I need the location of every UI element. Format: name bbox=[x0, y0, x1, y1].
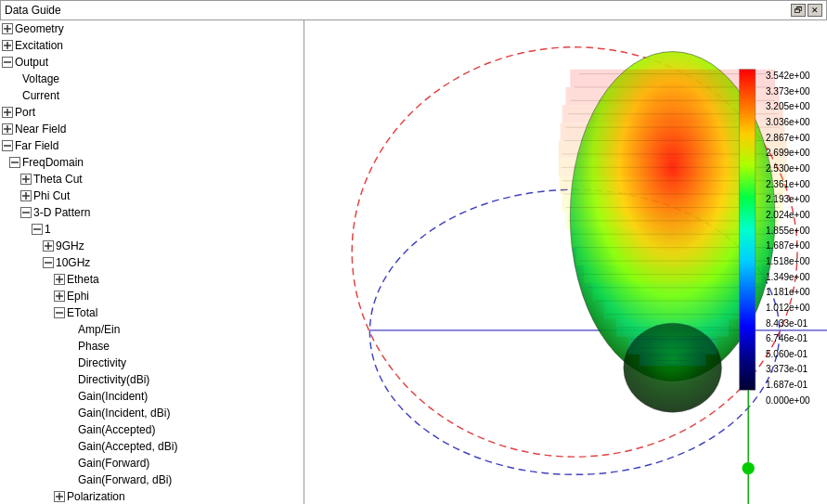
tree-item-etotal[interactable]: ETotal bbox=[0, 304, 304, 321]
tree-item-gainincident[interactable]: Gain(Incident) bbox=[0, 388, 304, 405]
scale-label-17: 6.746e-01 bbox=[766, 334, 808, 343]
svg-rect-92 bbox=[584, 265, 762, 283]
expand-icon-phicut[interactable] bbox=[19, 188, 33, 203]
tree-label-phicut: Phi Cut bbox=[33, 189, 70, 202]
tree-item-excitation[interactable]: Excitation bbox=[0, 37, 304, 54]
svg-rect-93 bbox=[592, 283, 753, 301]
tree-label-gainforwarddbi: Gain(Forward, dBi) bbox=[78, 473, 172, 486]
tree-item-gainforwarddbi[interactable]: Gain(Forward, dBi) bbox=[0, 472, 304, 488]
tree-label-polarization: Polarization bbox=[67, 490, 125, 503]
expand-icon-polarization[interactable] bbox=[52, 489, 67, 504]
close-button[interactable]: ✕ bbox=[808, 4, 822, 17]
tree-item-gainincidentdbi[interactable]: Gain(Incident, dBi) bbox=[0, 405, 304, 421]
svg-rect-97 bbox=[640, 353, 705, 366]
tree-label-current: Current bbox=[22, 89, 59, 102]
tree-item-freq10[interactable]: 10GHz bbox=[0, 254, 304, 271]
svg-rect-96 bbox=[628, 337, 717, 355]
scale-label-14: 1.181e+00 bbox=[766, 288, 810, 297]
tree-label-gainaccepted: Gain(Accepted) bbox=[78, 423, 155, 436]
tree-label-freqdomain: FreqDomain bbox=[22, 156, 84, 169]
expand-icon-thetacut[interactable] bbox=[19, 172, 33, 187]
expand-icon-etotal[interactable] bbox=[52, 305, 67, 320]
tree-item-current[interactable]: Current bbox=[0, 87, 304, 104]
expand-icon-voltage bbox=[7, 71, 22, 86]
expand-icon-nearfield[interactable] bbox=[0, 122, 15, 136]
tree-item-gainforward[interactable]: Gain(Forward) bbox=[0, 455, 304, 472]
scale-label-20: 1.687e-01 bbox=[766, 381, 808, 390]
scale-label-15: 1.012e+00 bbox=[766, 304, 810, 313]
restore-button[interactable]: 🗗 bbox=[791, 4, 806, 17]
tree-item-gainaccepteddbi[interactable]: Gain(Accepted, dBi) bbox=[0, 438, 304, 455]
tree-view: GeometryExcitationOutputVoltageCurrentPo… bbox=[0, 20, 304, 504]
tree-item-freqdomain[interactable]: FreqDomain bbox=[0, 154, 304, 171]
expand-icon-ephi[interactable] bbox=[52, 289, 67, 304]
tree-label-geometry: Geometry bbox=[15, 22, 64, 35]
title-bar-controls: 🗗 ✕ bbox=[791, 4, 822, 17]
tree-label-pattern3d: 3-D Pattern bbox=[33, 206, 90, 219]
svg-rect-95 bbox=[616, 318, 729, 336]
tree-item-directivitydbi[interactable]: Directivity(dBi) bbox=[0, 371, 304, 388]
tree-item-etheta[interactable]: Etheta bbox=[0, 271, 304, 288]
expand-icon-excitation[interactable] bbox=[0, 38, 15, 53]
scale-label-10: 1.855e+00 bbox=[766, 226, 810, 236]
tree-label-etotal: ETotal bbox=[67, 306, 97, 319]
scale-label-4: 2.867e+00 bbox=[766, 134, 810, 143]
tree-label-freq9: 9GHz bbox=[56, 239, 84, 252]
expand-icon-freqdomain[interactable] bbox=[7, 155, 22, 170]
tree-item-directivity[interactable]: Directivity bbox=[0, 355, 304, 371]
tree-item-ephi[interactable]: Ephi bbox=[0, 288, 304, 304]
tree-label-directivitydbi: Directivity(dBi) bbox=[78, 373, 149, 386]
scale-label-18: 5.060e-01 bbox=[766, 350, 808, 359]
expand-icon-pattern3d[interactable] bbox=[19, 205, 33, 220]
tree-item-nearfield[interactable]: Near Field bbox=[0, 121, 304, 137]
tree-item-node1[interactable]: 1 bbox=[0, 221, 304, 238]
scale-label-7: 2.361e+00 bbox=[766, 180, 810, 189]
scale-label-19: 3.373e-01 bbox=[766, 365, 808, 374]
tree-label-farfield: Far Field bbox=[15, 139, 58, 152]
tree-item-ampein[interactable]: Amp/Ein bbox=[0, 321, 304, 338]
main-container: GeometryExcitationOutputVoltageCurrentPo… bbox=[0, 20, 827, 504]
expand-icon-output[interactable] bbox=[0, 55, 15, 70]
tree-item-thetacut[interactable]: Theta Cut bbox=[0, 171, 304, 187]
tree-label-gainaccepteddbi: Gain(Accepted, dBi) bbox=[78, 440, 177, 453]
expand-icon-gainforward bbox=[63, 456, 78, 471]
expand-icon-geometry[interactable] bbox=[0, 21, 15, 36]
tree-item-phicut[interactable]: Phi Cut bbox=[0, 187, 304, 204]
scale-label-1: 3.373e+00 bbox=[766, 87, 810, 97]
expand-icon-freq10[interactable] bbox=[41, 255, 56, 270]
tree-label-gainincident: Gain(Incident) bbox=[78, 390, 148, 403]
expand-icon-etheta[interactable] bbox=[52, 272, 67, 287]
tree-label-voltage: Voltage bbox=[22, 72, 59, 85]
tree-item-gainaccepted[interactable]: Gain(Accepted) bbox=[0, 421, 304, 438]
expand-icon-gainaccepteddbi bbox=[63, 439, 78, 454]
tree-item-farfield[interactable]: Far Field bbox=[0, 137, 304, 154]
tree-item-polarization[interactable]: Polarization bbox=[0, 488, 304, 504]
tree-item-pattern3d[interactable]: 3-D Pattern bbox=[0, 204, 304, 221]
color-scale: 3.542e+003.373e+003.205e+003.036e+002.86… bbox=[745, 71, 820, 406]
scale-label-12: 1.518e+00 bbox=[766, 257, 810, 266]
tree-label-output: Output bbox=[15, 56, 48, 69]
tree-label-freq10: 10GHz bbox=[56, 256, 90, 269]
expand-icon-gainincident bbox=[63, 389, 78, 404]
scale-label-3: 3.036e+00 bbox=[766, 118, 810, 127]
scale-label-11: 1.687e+00 bbox=[766, 241, 810, 251]
expand-icon-farfield[interactable] bbox=[0, 138, 15, 153]
tree-item-port[interactable]: Port bbox=[0, 104, 304, 121]
tree-item-phase[interactable]: Phase bbox=[0, 338, 304, 355]
expand-icon-gainforwarddbi bbox=[63, 472, 78, 487]
scale-label-13: 1.349e+00 bbox=[766, 273, 810, 282]
tree-label-directivity: Directivity bbox=[78, 356, 126, 369]
expand-icon-port[interactable] bbox=[0, 105, 15, 120]
scale-label-8: 2.193e+00 bbox=[766, 195, 810, 204]
tree-item-output[interactable]: Output bbox=[0, 54, 304, 71]
tree-label-node1: 1 bbox=[45, 223, 51, 236]
expand-icon-ampein bbox=[63, 322, 78, 337]
tree-label-excitation: Excitation bbox=[15, 39, 63, 52]
tree-item-voltage[interactable]: Voltage bbox=[0, 71, 304, 87]
expand-icon-freq9[interactable] bbox=[41, 239, 56, 253]
tree-item-geometry[interactable]: Geometry bbox=[0, 20, 304, 37]
expand-icon-gainincidentdbi bbox=[63, 406, 78, 420]
tree-item-freq9[interactable]: 9GHz bbox=[0, 238, 304, 254]
expand-icon-phase bbox=[63, 339, 78, 354]
expand-icon-node1[interactable] bbox=[30, 222, 45, 237]
